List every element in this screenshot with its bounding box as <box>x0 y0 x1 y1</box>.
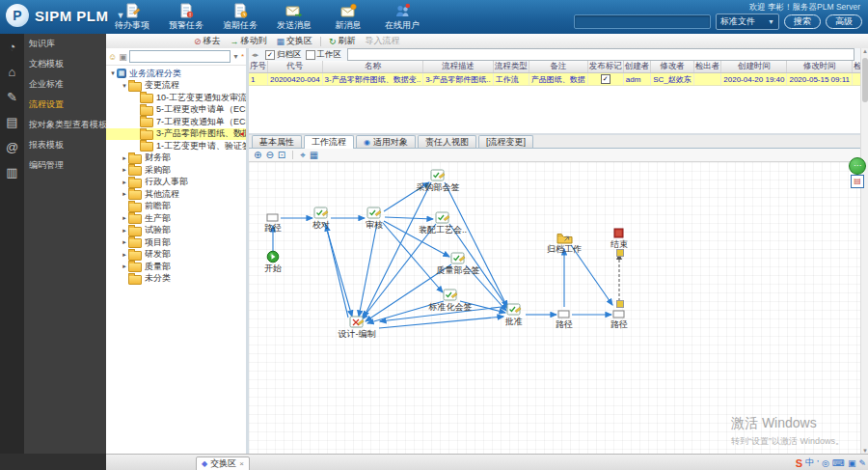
column-header-检出时间[interactable]: 检出时间 <box>853 61 860 73</box>
column-header-检出者[interactable]: 检出者 <box>693 61 721 73</box>
tree-item-1-工艺变更申请、验证签审流程[interactable]: 1-工艺变更申请、验证签审流程 <box>106 140 246 152</box>
tree-right-arrow-icon[interactable]: ▸ <box>121 179 128 186</box>
top-menu-users[interactable]: 在线用户 <box>381 3 423 32</box>
edit-icon[interactable]: ✎ <box>0 84 24 109</box>
archive-area-checkbox[interactable]: ✓ <box>265 50 275 60</box>
column-header-修改时间[interactable]: 修改时间 <box>787 61 853 73</box>
sidebar-item-文档模板[interactable]: 文档模板 <box>24 54 106 74</box>
node-review[interactable]: 审核 <box>341 206 407 230</box>
grid-icon[interactable]: ▦ <box>310 150 318 160</box>
top-menu-doc-pencil[interactable]: 待办事项 <box>111 3 153 32</box>
tree-item-项目部[interactable]: ▸项目部 <box>106 236 246 249</box>
tree-item-研发部[interactable]: ▸研发部 <box>106 249 246 262</box>
tree-item-行政人事部[interactable]: ▸行政人事部 <box>106 177 246 189</box>
tab-基本属性[interactable]: 基本属性 <box>252 135 302 148</box>
close-icon[interactable]: × <box>239 459 244 468</box>
search-button[interactable]: 搜索 <box>784 14 821 29</box>
tree-item-3-产品零部件图纸、数据变更签审流程[interactable]: 3-产品零部件图纸、数据变更签审流程◄ <box>106 128 246 141</box>
tree-item-前瞻部[interactable]: 前瞻部 <box>106 201 246 213</box>
tree-right-arrow-icon[interactable]: ▸ <box>121 238 128 246</box>
ime-⌨-icon[interactable]: ⌨ <box>832 458 845 468</box>
column-header-创建时间[interactable]: 创建时间 <box>721 61 787 73</box>
tab-责任人视图[interactable]: 责任人视图 <box>418 135 476 148</box>
zoom-in-icon[interactable]: ⊕ <box>254 150 261 160</box>
sidebar-item-按对象类型查看模板[interactable]: 按对象类型查看模板 <box>24 115 106 135</box>
zoom-fit-icon[interactable]: ⊡ <box>278 150 285 160</box>
exchange-area-tab[interactable]: ◆ 交换区 × <box>196 456 250 470</box>
toolbar-刷新[interactable]: ↻刷新 <box>324 35 361 47</box>
tree-down-arrow-icon[interactable]: ▾ <box>109 69 117 77</box>
tree-search-input[interactable] <box>129 50 231 63</box>
column-header-流程描述[interactable]: 流程描述 <box>423 61 494 73</box>
column-header-代号[interactable]: 代号 <box>268 61 323 73</box>
tree-right-arrow-icon[interactable]: ▸ <box>121 214 128 222</box>
workspace-checkbox[interactable] <box>306 50 315 60</box>
table-row[interactable]: 120200420-0043-产品零部件图纸、数据变..3-产品零部件图纸..工… <box>249 73 860 86</box>
top-menu-mail-new[interactable]: 新消息 <box>327 3 369 32</box>
tab-工作流程[interactable]: 工作流程 <box>304 135 354 149</box>
ime-✎-icon[interactable]: ✎ <box>858 458 866 468</box>
assistant-bubble-icon[interactable]: ⋯ <box>849 157 866 175</box>
scroll-up-icon[interactable]: ▲ <box>861 48 868 54</box>
tree-right-arrow-icon[interactable]: ▸ <box>121 227 128 235</box>
column-header-备注[interactable]: 备注 <box>529 61 587 73</box>
sync-icon[interactable]: ◔ <box>0 34 24 59</box>
tree-right-arrow-icon[interactable]: ▸ <box>121 154 128 162</box>
pager-arrows-icon[interactable]: ◂▸ <box>252 51 258 59</box>
top-menu-doc-alert[interactable]: 预警任务 <box>165 3 207 32</box>
sidebar-item-企业标准[interactable]: 企业标准 <box>24 74 106 95</box>
mention-icon[interactable]: @ <box>0 134 24 159</box>
view-mode-icon[interactable]: ▣ <box>119 52 127 62</box>
user-filter-icon[interactable]: ☺ <box>108 52 117 62</box>
column-header-序号[interactable]: 序号 <box>249 61 268 73</box>
tree-down-arrow-icon[interactable]: ▾ <box>121 82 128 90</box>
tree-item-变更流程[interactable]: ▾变更流程 <box>106 80 246 93</box>
advanced-search-button[interactable]: 高级 <box>826 14 862 29</box>
home-icon[interactable]: ⌂ <box>0 59 24 84</box>
zoom-out-icon[interactable]: ⊖ <box>265 150 273 160</box>
tree-item-生产部[interactable]: ▸生产部 <box>106 212 246 225</box>
pan-icon[interactable]: ⌖ <box>300 150 306 161</box>
column-header-修改者[interactable]: 修改者 <box>651 61 694 73</box>
tree-item-采购部[interactable]: ▸采购部 <box>106 164 246 177</box>
sidebar-item-流程设置[interactable]: 流程设置 <box>24 95 106 115</box>
toolbar-移动到[interactable]: →移动到 <box>226 35 272 47</box>
toolbar-交换区[interactable]: ▦交换区 <box>272 35 318 47</box>
node-purchase-sign[interactable]: 采购部会签 <box>405 168 471 192</box>
database-icon[interactable]: ▤ <box>0 109 24 134</box>
tree-item-7-工程更改通知单（ECN）签审流程[interactable]: 7-工程更改通知单（ECN）签审流程 <box>106 116 246 128</box>
tab-[流程变更][interactable]: [流程变更] <box>478 135 533 148</box>
toolbar-移去[interactable]: ⊘移去 <box>189 35 226 47</box>
tab-适用对象[interactable]: ◉适用对象 <box>356 135 416 148</box>
search-type-dropdown[interactable]: 标准文件 ▼ <box>716 14 779 30</box>
tree-item-10-工艺变更通知发审流程[interactable]: 10-工艺变更通知发审流程 <box>106 92 246 104</box>
tree-right-arrow-icon[interactable]: ▸ <box>121 166 128 174</box>
tree-item-质量部[interactable]: ▸质量部 <box>106 261 246 273</box>
node-standard-sign[interactable]: 标准化会签 <box>418 288 483 312</box>
sidebar-item-知识库[interactable]: 知识库 <box>24 34 106 54</box>
tree-item-未分类[interactable]: 未分类 <box>106 273 246 286</box>
node-end[interactable]: 结束 <box>586 225 652 249</box>
vertical-scrollbar[interactable]: ▲ ▼ <box>860 48 868 454</box>
tree-item-试验部[interactable]: ▸试验部 <box>106 225 246 237</box>
ime-中-icon[interactable]: 中 <box>805 456 814 469</box>
tree-search-dropdown-icon[interactable]: ▼ <box>232 53 239 60</box>
ime-▣-icon[interactable]: ▣ <box>848 458 856 468</box>
column-header-创建者[interactable]: 创建者 <box>623 61 651 73</box>
library-icon[interactable]: ▥ <box>0 159 24 184</box>
filter-input[interactable] <box>347 48 854 61</box>
top-menu-doc-clock[interactable]: 逾期任务 <box>219 3 261 32</box>
scrollbar-thumb[interactable] <box>862 58 868 102</box>
node-route-3[interactable]: 路径 <box>586 305 652 329</box>
column-header-发布标记[interactable]: 发布标记 <box>587 61 623 73</box>
tree-item-业务流程分类[interactable]: ▾▦业务流程分类 <box>106 68 246 80</box>
sidebar-item-报表模板[interactable]: 报表模板 <box>24 135 106 155</box>
release-flag-checkbox[interactable]: ✓ <box>601 74 610 84</box>
node-design-edit[interactable]: 设计-编制 <box>324 315 390 339</box>
workflow-diagram[interactable]: 激活 Windows 转到“设置”以激活 Windows。 开始路径校对审核采购… <box>249 162 860 454</box>
tree-right-arrow-icon[interactable]: ▸ <box>121 190 128 198</box>
tree-right-arrow-icon[interactable]: ▸ <box>121 251 128 259</box>
assistant-panel-icon[interactable]: ▤ <box>851 175 864 188</box>
tree-right-arrow-icon[interactable]: ▸ <box>121 263 128 270</box>
ime-◎-icon[interactable]: ◎ <box>822 458 829 468</box>
